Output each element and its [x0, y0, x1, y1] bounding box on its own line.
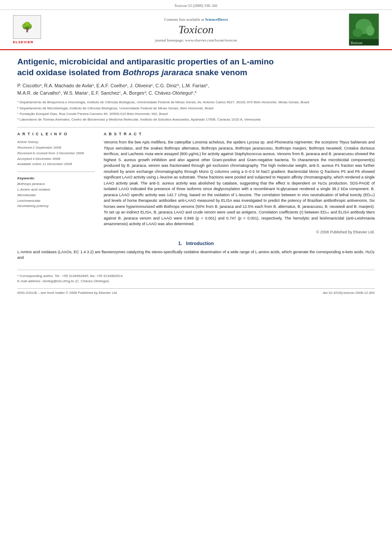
keyword-3: Microbicidal — [17, 193, 95, 198]
introduction-title: 1. Introduction — [17, 241, 375, 246]
accepted-date: Accepted 4 December 2008 — [17, 156, 95, 162]
keyword-2: L-Amino acid oxidase — [17, 187, 95, 193]
abstract-body: Venoms from the bee Apis mellifera, the … — [104, 140, 375, 226]
keyword-5: Neutralizing potency — [17, 204, 95, 209]
journal-homepage: journal homepage: www.elsevier.com/locat… — [43, 38, 349, 42]
two-column-layout: A R T I C L E I N F O Article history: R… — [17, 132, 375, 234]
article-history: Article history: Received 2 September 20… — [17, 140, 95, 167]
divider-keywords — [17, 172, 95, 172]
email-footnote: E-mail address: olortegi@icb.ufmg.br (C.… — [17, 279, 375, 284]
affiliations: ᵃ Departamento de Bioquímica e Imunologi… — [17, 100, 375, 122]
elsevier-label: ELSEVIER — [13, 40, 34, 44]
authors-line2: M.A.R. de Carvalhoᵇ, W.S. Mariaᶜ, E.F. S… — [17, 90, 197, 96]
svg-point-3 — [366, 25, 374, 35]
revised-date: Received in revised form 3 December 2008 — [17, 151, 95, 156]
title-part1: Antigenic, microbicidal and antiparasiti… — [17, 57, 242, 66]
history-title: Article history: — [17, 140, 95, 145]
journal-masthead: 🌳 ELSEVIER Contents lists available at S… — [0, 10, 392, 50]
toxicon-thumbnail: Toxicon — [349, 13, 379, 46]
page: Toxicon 53 (2009) 330–341 🌳 ELSEVIER Con… — [0, 0, 392, 535]
toxicon-cover-svg: Toxicon — [349, 13, 379, 46]
sciencedirect-link[interactable]: ScienceDirect — [205, 17, 228, 22]
svg-text:Toxicon: Toxicon — [351, 41, 362, 45]
issn-text: 0041-0101/$ – see front matter © 2008 Pu… — [17, 291, 118, 295]
svg-point-2 — [353, 29, 363, 37]
affiliation-b: ᵇ Departamento de Microbiologia, Institu… — [17, 106, 375, 111]
bottom-bar: 0041-0101/$ – see front matter © 2008 Pu… — [17, 288, 375, 295]
affiliation-c: ᶜ Fundação Ezequiel Dias, Rua Conde Pere… — [17, 111, 375, 116]
footnote-area: * Corresponding author. Tel.: +55 313499… — [17, 270, 375, 284]
keywords-label: Keywords: — [17, 176, 95, 180]
keyword-1: Bothrops jararaca — [17, 182, 95, 187]
affiliation-a: ᵃ Departamento de Bioquímica e Imunologi… — [17, 100, 375, 105]
authors-line1: P. Ciscottoᵃ, R.A. Machado de Avilaᵃ, E.… — [17, 83, 209, 88]
title-l: L — [242, 57, 247, 66]
affiliation-d: ᵈ Laboratorio de Toxinas Animales, Centr… — [17, 117, 375, 122]
doi-text: doi:10.1016/j.toxicon.2008.12.004 — [323, 291, 375, 295]
abstract-header: A B S T R A C T — [104, 132, 375, 136]
section-number: 1. — [178, 241, 182, 246]
divider-1 — [17, 127, 375, 127]
elsevier-logo-box: 🌳 — [13, 15, 41, 39]
article-info-column: A R T I C L E I N F O Article history: R… — [17, 132, 95, 234]
sciencedirect-line: Contents lists available at ScienceDirec… — [43, 17, 349, 22]
title-line2: acid oxidase isolated from — [17, 68, 123, 77]
title-line2-end: snake venom — [193, 68, 248, 77]
journal-ref-text: Toxicon 53 (2009) 330–341 — [174, 3, 218, 8]
received-date: Received 2 September 2008 — [17, 145, 95, 151]
introduction-section: 1. Introduction L-Amino acid oxidases (L… — [17, 241, 375, 261]
keyword-4: Leishmanicidal — [17, 198, 95, 204]
corresponding-footnote: * Corresponding author. Tel.: +55 313499… — [17, 274, 375, 279]
keywords-list: Bothrops jararaca L-Amino acid oxidase M… — [17, 182, 95, 209]
copyright-line: © 2008 Published by Elsevier Ltd. — [104, 230, 375, 234]
available-date: Available online 11 December 2008 — [17, 162, 95, 167]
intro-body: L-Amino acid oxidases (LAAOs, EC 1.4.3.2… — [17, 250, 375, 260]
title-italic: Bothrops jararaca — [123, 68, 193, 77]
journal-title: Toxicon — [43, 23, 349, 36]
abstract-text: Venoms from the bee Apis mellifera, the … — [104, 140, 375, 227]
article-title: Antigenic, microbicidal and antiparasiti… — [17, 57, 375, 78]
main-content: Antigenic, microbicidal and antiparasiti… — [0, 50, 392, 301]
introduction-text: L-Amino acid oxidases (LAAOs, EC 1.4.3.2… — [17, 249, 375, 261]
article-info-header: A R T I C L E I N F O — [17, 132, 95, 136]
title-part2: -amino — [247, 57, 274, 66]
journal-reference: Toxicon 53 (2009) 330–341 — [0, 0, 392, 10]
authors: P. Ciscottoᵃ, R.A. Machado de Avilaᵃ, E.… — [17, 82, 375, 96]
journal-center: Contents lists available at ScienceDirec… — [43, 17, 349, 42]
elsevier-logo: 🌳 ELSEVIER — [13, 15, 43, 44]
section-title: Introduction — [186, 241, 214, 246]
abstract-column: A B S T R A C T Venoms from the bee Apis… — [104, 132, 375, 234]
elsevier-tree-icon: 🌳 — [21, 22, 33, 32]
